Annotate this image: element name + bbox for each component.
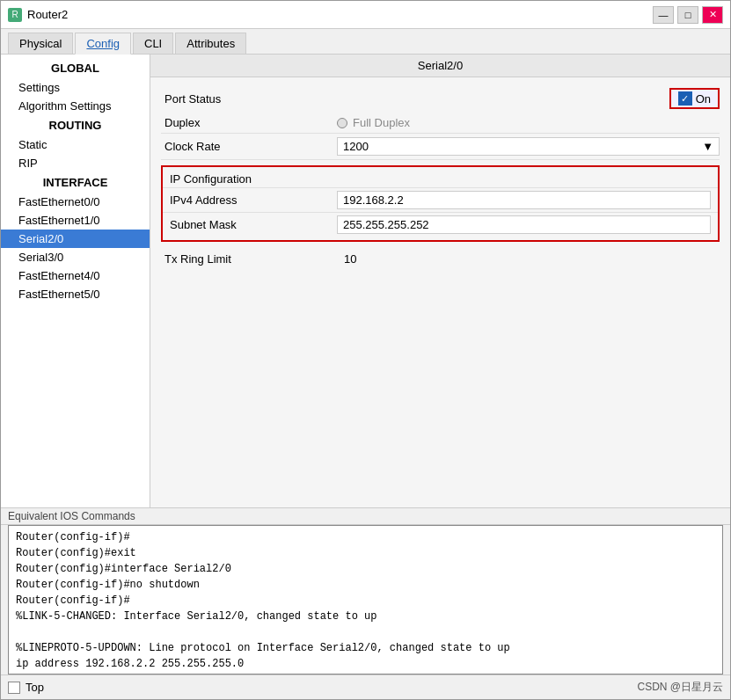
- sidebar-item-settings[interactable]: Settings: [1, 78, 150, 97]
- tx-ring-limit-row: Tx Ring Limit 10: [161, 247, 720, 271]
- console-line-9: Router(config-if)#ip address 192.168.2.2…: [16, 672, 715, 674]
- ipv4-address-row: IPv4 Address 192.168.2.2: [163, 187, 718, 212]
- console-line-3: Router(config-if)#no shutdown: [16, 577, 715, 593]
- sidebar-item-serial2[interactable]: Serial2/0: [1, 230, 150, 248]
- clock-rate-value: 1200: [343, 140, 369, 153]
- ip-config-section: IP Configuration IPv4 Address 192.168.2.…: [161, 165, 720, 242]
- tab-config[interactable]: Config: [75, 33, 131, 55]
- top-checkbox-area: Top: [8, 681, 44, 694]
- on-label: On: [696, 92, 711, 106]
- console-line-6: [16, 624, 715, 640]
- minimize-button[interactable]: —: [653, 6, 674, 24]
- subnet-mask-row: Subnet Mask 255.255.255.252: [163, 212, 718, 237]
- subnet-input[interactable]: 255.255.255.252: [337, 215, 711, 234]
- tab-attributes[interactable]: Attributes: [175, 33, 246, 54]
- port-status-row: Port Status ✓ On: [161, 84, 720, 113]
- tab-bar: Physical Config CLI Attributes: [1, 29, 730, 55]
- sidebar-item-rip[interactable]: RIP: [1, 154, 150, 172]
- console-line-1: Router(config)#exit: [16, 545, 715, 561]
- sidebar-item-fastethernet4[interactable]: FastEthernet4/0: [1, 266, 150, 285]
- sidebar: GLOBAL Settings Algorithm Settings ROUTI…: [1, 55, 150, 507]
- right-status-text: CSDN @日星月云: [637, 680, 723, 695]
- top-label: Top: [26, 681, 44, 694]
- console-output: Router(config-if)# Router(config)#exit R…: [8, 525, 723, 674]
- title-bar-left: R Router2: [8, 8, 68, 22]
- bottom-area: Equivalent IOS Commands Router(config-if…: [1, 507, 730, 674]
- duplex-row: Duplex Full Duplex: [161, 113, 720, 134]
- sidebar-item-fastethernet0[interactable]: FastEthernet0/0: [1, 193, 150, 211]
- console-line-4: Router(config-if)#: [16, 593, 715, 609]
- close-button[interactable]: ✕: [702, 6, 723, 24]
- sidebar-item-algorithm-settings[interactable]: Algorithm Settings: [1, 97, 150, 115]
- console-line-7: %LINEPROTO-5-UPDOWN: Line protocol on In…: [16, 640, 715, 656]
- sidebar-section-global: GLOBAL: [1, 58, 150, 78]
- duplex-value: Full Duplex: [337, 116, 410, 129]
- duplex-label: Duplex: [161, 116, 337, 129]
- sidebar-item-static[interactable]: Static: [1, 135, 150, 154]
- checkbox-checked-icon: ✓: [678, 91, 692, 106]
- sidebar-section-interface: INTERFACE: [1, 172, 150, 193]
- main-window: R Router2 — □ ✕ Physical Config CLI Attr…: [0, 0, 731, 700]
- tab-physical[interactable]: Physical: [8, 33, 73, 54]
- port-on-toggle[interactable]: ✓ On: [669, 88, 720, 109]
- console-line-0: Router(config-if)#: [16, 529, 715, 545]
- config-body: Port Status ✓ On Duplex Full Duplex: [150, 77, 730, 278]
- equiv-ios-label: Equivalent IOS Commands: [1, 508, 730, 525]
- clock-rate-row: Clock Rate 1200 ▼: [161, 134, 720, 160]
- tx-ring-limit-label: Tx Ring Limit: [161, 252, 337, 266]
- window-title: Router2: [27, 8, 68, 21]
- ipv4-input[interactable]: 192.168.2.2: [337, 191, 711, 209]
- ip-config-header: IP Configuration: [163, 171, 718, 187]
- console-line-5: %LINK-5-CHANGED: Interface Serial2/0, ch…: [16, 609, 715, 624]
- top-checkbox[interactable]: [8, 682, 20, 694]
- clock-rate-dropdown[interactable]: 1200 ▼: [337, 137, 720, 156]
- duplex-radio-icon[interactable]: [337, 118, 347, 128]
- status-bar: Top CSDN @日星月云: [1, 674, 730, 699]
- sidebar-item-fastethernet1[interactable]: FastEthernet1/0: [1, 211, 150, 230]
- duplex-text: Full Duplex: [353, 116, 410, 129]
- console-line-8: ip address 192.168.2.2 255.255.255.0: [16, 656, 715, 672]
- right-panel: Serial2/0 Port Status ✓ On Duplex: [150, 55, 730, 507]
- port-status-label: Port Status: [161, 92, 337, 106]
- ipv4-label: IPv4 Address: [170, 193, 337, 207]
- clock-rate-label: Clock Rate: [161, 140, 337, 153]
- subnet-label: Subnet Mask: [170, 218, 337, 231]
- tab-cli[interactable]: CLI: [133, 33, 173, 54]
- sidebar-item-fastethernet5[interactable]: FastEthernet5/0: [1, 285, 150, 303]
- main-content: GLOBAL Settings Algorithm Settings ROUTI…: [1, 55, 730, 507]
- app-icon: R: [8, 8, 22, 22]
- sidebar-section-routing: ROUTING: [1, 115, 150, 135]
- sidebar-item-serial3[interactable]: Serial3/0: [1, 248, 150, 266]
- chevron-down-icon: ▼: [702, 140, 713, 153]
- config-title: Serial2/0: [150, 55, 730, 77]
- maximize-button[interactable]: □: [677, 6, 698, 24]
- title-controls: — □ ✕: [653, 6, 723, 24]
- title-bar: R Router2 — □ ✕: [1, 1, 730, 29]
- console-line-2: Router(config)#interface Serial2/0: [16, 561, 715, 577]
- tx-ring-limit-value: 10: [337, 252, 356, 266]
- config-panel: Serial2/0 Port Status ✓ On Duplex: [150, 55, 730, 507]
